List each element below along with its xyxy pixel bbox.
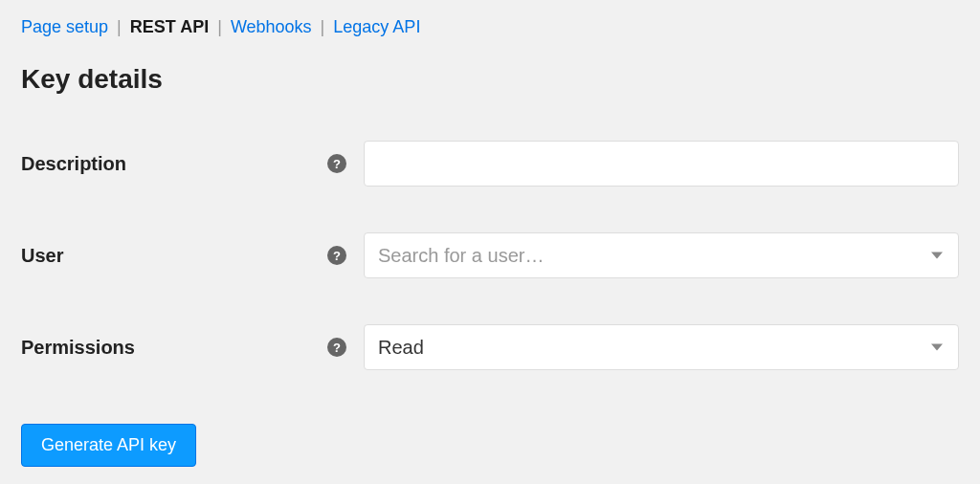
row-permissions: Permissions ? Read <box>21 324 959 370</box>
settings-tabs: Page setup | REST API | Webhooks | Legac… <box>21 17 959 37</box>
permissions-select[interactable]: Read <box>364 324 959 370</box>
caret-down-icon <box>931 253 943 259</box>
tab-separator: | <box>217 17 222 36</box>
help-icon[interactable]: ? <box>327 154 346 173</box>
label-user: User <box>21 245 327 267</box>
tab-page-setup[interactable]: Page setup <box>21 17 108 36</box>
tab-webhooks[interactable]: Webhooks <box>231 17 312 36</box>
tab-separator: | <box>321 17 325 36</box>
generate-api-key-button[interactable]: Generate API key <box>21 424 196 467</box>
row-user: User ? Search for a user… <box>21 232 959 278</box>
tab-rest-api[interactable]: REST API <box>130 17 209 36</box>
caret-down-icon <box>931 344 943 351</box>
label-description: Description <box>21 153 327 175</box>
tab-legacy-api[interactable]: Legacy API <box>333 17 420 36</box>
page-title: Key details <box>21 64 959 95</box>
user-select[interactable]: Search for a user… <box>364 232 959 278</box>
description-input[interactable] <box>364 141 959 187</box>
help-icon[interactable]: ? <box>327 338 346 357</box>
label-permissions: Permissions <box>21 337 327 359</box>
permissions-select-value: Read <box>378 337 424 359</box>
row-description: Description ? <box>21 141 959 187</box>
user-select-placeholder: Search for a user… <box>378 245 544 267</box>
help-icon[interactable]: ? <box>327 246 346 265</box>
tab-separator: | <box>117 17 122 36</box>
